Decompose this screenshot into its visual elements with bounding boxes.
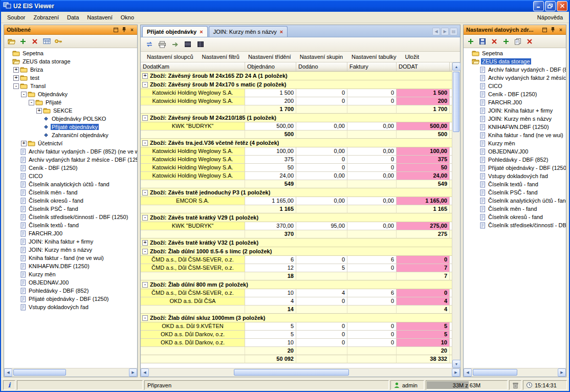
favorites-tree-item[interactable]: Číselník analytických účtů - fand <box>4 180 137 188</box>
group-header-row[interactable]: -Zboží: Žlab důlní 1000 tl.5-6 s límc (2… <box>141 247 452 256</box>
menu-item-soubor[interactable]: Soubor <box>3 12 29 23</box>
datasources-tree-item[interactable]: Číselník analytických účtů - fand <box>464 197 566 205</box>
float-panel-icon[interactable] <box>541 26 548 33</box>
table-vscrollbar[interactable]: ▲ ▼ <box>452 62 460 368</box>
favorites-tree-item[interactable]: Pohledávky - DBF (852) <box>4 287 137 295</box>
remove-icon[interactable] <box>524 36 535 47</box>
favorites-tree-item[interactable]: Přijaté objednávky - DBF (1250) <box>4 295 137 303</box>
link-ulozit[interactable]: Uložit <box>405 54 419 60</box>
column-header-objednano[interactable]: Objednáno <box>245 62 296 71</box>
expander-plus-icon[interactable]: + <box>142 73 148 79</box>
favorites-tree-item[interactable]: -Transl <box>4 82 137 90</box>
trash-button[interactable] <box>509 380 521 390</box>
group-header-row[interactable]: +Zboží: Závěs tratě krátký V32 (1 polože… <box>141 238 452 247</box>
open-folder-icon[interactable] <box>6 36 16 47</box>
delete-icon[interactable] <box>489 36 499 47</box>
link-nastaveni-trideni[interactable]: Nastavení třídění <box>248 54 291 60</box>
favorites-tree-item[interactable]: Kurzy měn <box>4 270 137 278</box>
table-row[interactable]: Katowicki Holding Weglowy S.A.24,000,000… <box>141 172 452 180</box>
scroll-left-icon[interactable]: ◀ <box>4 368 12 377</box>
favorites-hscroll-track[interactable] <box>12 368 129 377</box>
datasources-tree-item[interactable]: Vstupy dokladových řad <box>464 172 566 180</box>
table-row[interactable]: ČMD a.s., Důl ČSM-SEVER, o.z.12507 <box>141 264 452 272</box>
expander-minus-icon[interactable]: - <box>142 215 148 221</box>
expander-minus-icon[interactable]: - <box>142 115 148 121</box>
expander-minus-icon[interactable]: - <box>142 140 148 146</box>
table-row[interactable]: ČMD a.s., Důl ČSM-SEVER, o.z.6060 <box>141 256 452 264</box>
save-icon[interactable] <box>477 36 488 47</box>
table-row[interactable]: OKD a.s. Důl 9.KVĚTEN5005 <box>141 322 452 331</box>
favorites-tree-item[interactable]: CICO <box>4 172 137 180</box>
favorites-tree-item[interactable]: Kniha faktur - fand (ne ve wui) <box>4 254 137 262</box>
datasources-tree-item[interactable]: FARCHR.J00 <box>464 98 566 106</box>
table-row[interactable]: Katowicki Holding Weglowy S.A.20000200 <box>141 97 452 105</box>
datasources-tree-item[interactable]: Číselník měn - fand <box>464 205 566 213</box>
menu-item-data[interactable]: Data <box>63 12 83 23</box>
group-header-row[interactable]: -Zboží: Závěs tratě jednoduchý P3 (1 pol… <box>141 188 452 197</box>
datasources-tree-item[interactable]: Přijaté objednávky - DBF (1250) <box>464 164 566 172</box>
forward-icon[interactable] <box>170 39 180 50</box>
table-row[interactable]: Katowicki Holding Weglowy S.A.500050 <box>141 164 452 172</box>
table-row[interactable]: OKD a.s. Důl Darkov, o.z.5005 <box>141 331 452 339</box>
favorites-tree-item[interactable]: Vstupy dokladových řad <box>4 303 137 311</box>
add-icon[interactable] <box>466 36 476 47</box>
table-row[interactable]: Katowicki Holding Weglowy S.A.100,000,00… <box>141 147 452 156</box>
datasources-hscroll-thumb[interactable] <box>473 369 517 376</box>
key-icon[interactable] <box>53 36 63 47</box>
expander-minus-icon[interactable]: - <box>142 249 148 254</box>
favorites-tree-item[interactable]: Archiv faktur vydaných - DBF (852) (ne v… <box>4 147 137 156</box>
scroll-right-icon[interactable]: ▶ <box>129 368 137 377</box>
favorites-tree-item[interactable]: -Přijaté <box>4 98 137 106</box>
tab-join-kurzy-men-s-nazvy[interactable]: JOIN: Kurzy měn s názvy× <box>209 26 288 37</box>
close-panel-icon[interactable]: × <box>128 26 136 33</box>
expander-plus-icon[interactable]: + <box>13 75 19 81</box>
column-header-dodat[interactable]: DODAT <box>397 62 450 71</box>
favorites-tree-item[interactable]: Číselník středisek/činností - DBF (1250) <box>4 213 137 221</box>
favorites-tree-item[interactable]: +Briza <box>4 66 137 74</box>
group-header-row[interactable]: -Zboží: Závěsný šroub M 24x170 s matic (… <box>141 80 452 89</box>
group-header-row[interactable]: -Zboží: Závěsný šroub M 24x210/185 (1 po… <box>141 114 452 122</box>
expander-plus-icon[interactable]: + <box>142 240 148 246</box>
column-header-dodatkam[interactable]: DodatKam <box>141 62 245 71</box>
form-view-icon[interactable] <box>195 39 206 50</box>
group-header-row[interactable]: -Zboží: Závěs tra.jed.V36 včetně řetěz (… <box>141 139 452 147</box>
favorites-tree-item[interactable]: Ceník - DBF (1250) <box>4 164 137 172</box>
table-vscroll-thumb[interactable] <box>453 72 459 132</box>
favorites-tree-item[interactable]: Číselník okresů - fand <box>4 197 137 205</box>
favorites-tree-item[interactable]: FARCHR.J00 <box>4 229 137 237</box>
close-panel-icon[interactable]: × <box>557 26 564 33</box>
datasources-hscrollbar[interactable]: ◀ ▶ <box>464 368 566 377</box>
table-row[interactable]: ČMD a.s., Důl ČSM-SEVER, o.z.10460 <box>141 289 452 297</box>
tab-prijate-objednavky[interactable]: Přijaté objednávky× <box>142 26 208 37</box>
pin-panel-icon[interactable] <box>549 26 556 33</box>
datasources-tree-item[interactable]: Kniha faktur - fand (ne ve wui) <box>464 131 566 139</box>
favorites-tree-item[interactable]: JOIN: Kniha faktur + firmy <box>4 237 137 246</box>
datasources-tree-item[interactable]: Ceník - DBF (1250) <box>464 90 566 98</box>
tab-close-icon[interactable]: × <box>200 29 203 35</box>
datasources-hscroll-track[interactable] <box>472 368 558 377</box>
table-hscrollbar[interactable]: ◀ ▶ <box>141 368 460 377</box>
datasources-tree-item[interactable]: Pohledávky - DBF (852) <box>464 156 566 164</box>
favorites-tree-item[interactable]: +SEKCE <box>4 106 137 115</box>
close-button[interactable] <box>557 1 567 11</box>
link-nastaveni-skupin[interactable]: Nastavení skupin <box>300 54 343 60</box>
table-view-icon[interactable] <box>183 39 193 50</box>
table-hscroll-track[interactable] <box>149 368 452 377</box>
menu-item-nastaveni[interactable]: Nastavení <box>83 12 117 23</box>
print-icon[interactable] <box>157 39 167 50</box>
next-tab-icon[interactable]: ▶ <box>441 28 449 35</box>
favorites-tree-item[interactable]: -Objednávky <box>4 90 137 98</box>
table-row[interactable]: OKD a.s. Důl Darkov, o.z.100010 <box>141 339 452 347</box>
expander-plus-icon[interactable]: + <box>13 67 19 73</box>
scroll-down-icon[interactable]: ▼ <box>452 360 461 368</box>
favorites-hscrollbar[interactable]: ◀ ▶ <box>4 368 137 377</box>
datasources-tree-item[interactable]: Archiv vydaných faktur 2 měsíce <box>464 74 566 82</box>
datasources-tree-item[interactable]: Archiv faktur vydaných - DBF (85 <box>464 66 566 74</box>
menu-item-okno[interactable]: Okno <box>117 12 138 23</box>
group-header-row[interactable]: -Zboží: Žlab důlní 800 mm (2 položek) <box>141 280 452 289</box>
favorites-tree-item[interactable]: +test <box>4 74 137 82</box>
scroll-right-icon[interactable]: ▶ <box>452 368 460 377</box>
expander-minus-icon[interactable]: - <box>29 100 34 105</box>
pin-panel-icon[interactable] <box>120 26 127 33</box>
favorites-tree-item[interactable]: Sepetna <box>4 49 137 57</box>
